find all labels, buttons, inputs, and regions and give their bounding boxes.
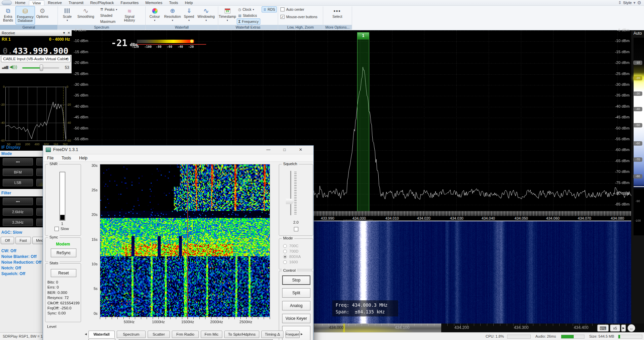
mode-more-button[interactable]: ••• bbox=[3, 158, 33, 165]
colour-button[interactable]: Colour ▾ bbox=[147, 6, 162, 25]
agc-off-button[interactable]: Off bbox=[1, 237, 14, 244]
clock-button[interactable]: ◷ Clock ▾ bbox=[237, 6, 255, 12]
frequency-button[interactable]: Σ Frequency bbox=[237, 18, 260, 25]
extra-bands-button[interactable]: ⧉ Extra Bands bbox=[1, 6, 15, 25]
freedv-title-bar[interactable]: FreeDV 1.3.1 — □ ✕ bbox=[43, 146, 313, 154]
scale-button[interactable]: Scale ▾ bbox=[60, 6, 75, 25]
ribbon-tab-view[interactable]: View bbox=[29, 0, 45, 5]
rx-marker-flag[interactable]: 1 bbox=[357, 32, 369, 39]
agc-fast-button[interactable]: Fast bbox=[15, 237, 31, 244]
agc-label[interactable]: AGC: Slow bbox=[1, 230, 22, 235]
analog-button[interactable]: Analog bbox=[282, 301, 310, 310]
receive-panel-header[interactable]: Receive ▼ ✕ bbox=[0, 30, 72, 36]
clear-button[interactable]: Clear bbox=[88, 339, 115, 340]
tab-frm-radio[interactable]: Frm Radio bbox=[172, 331, 199, 338]
split-button[interactable]: Split bbox=[282, 288, 310, 298]
mouse-over-buttons-checkbox[interactable]: ✓ Mouse-over buttons bbox=[280, 15, 317, 19]
freq-span-overlay: Freq: 434.000.3 MHzSpan: ±84.135 kHz bbox=[332, 300, 398, 316]
frequency-database-button[interactable]: ⛁ Frequency Database bbox=[15, 6, 35, 25]
keyboard-entry-button[interactable]: ⌨ bbox=[597, 325, 609, 332]
ribbon-tab-receive[interactable]: Receive bbox=[44, 0, 65, 5]
mode-lsb-button[interactable]: LSB bbox=[3, 179, 33, 186]
audio-device-select[interactable]: CABLE Input (VB-Audio Virtual Cable) ▼ bbox=[1, 55, 71, 62]
squelch-enable-checkbox[interactable] bbox=[294, 227, 298, 231]
sdr-console-window: Home View Receive Transmit Rec/Playback … bbox=[0, 0, 644, 340]
rds-button[interactable]: ≣ RDS bbox=[262, 6, 277, 12]
gear-icon[interactable]: ⚙ bbox=[637, 0, 641, 5]
radio-700d[interactable] bbox=[283, 250, 287, 253]
filter-3_2khz-button[interactable]: 3.2kHz bbox=[3, 219, 33, 226]
tabs-scroll-right-icon[interactable]: ▶ bbox=[301, 333, 303, 336]
ribbon-tab-memories[interactable]: Memories bbox=[142, 0, 165, 5]
ribbon-tab-rec-playback[interactable]: Rec/Playback bbox=[87, 0, 117, 5]
radio-800xa[interactable] bbox=[283, 255, 287, 259]
ribbon-tab-home[interactable]: Home bbox=[12, 0, 29, 5]
freedv-waterfall[interactable] bbox=[100, 164, 270, 317]
if-display-label[interactable]: IF Display bbox=[1, 145, 21, 150]
mode-bfm-button[interactable]: BFM bbox=[3, 168, 33, 176]
tab-to-spkr-hdphns[interactable]: To Spkr/Hdphns bbox=[224, 331, 259, 338]
style-spinner-icon[interactable]: ⇕ bbox=[618, 0, 621, 5]
auto-center-checkbox[interactable]: Auto center bbox=[280, 7, 304, 11]
tuned-frequency-display[interactable]: 0.433.999.900 bbox=[0, 46, 71, 56]
collapse-icon[interactable]: ▼ bbox=[63, 30, 66, 36]
minimize-button[interactable]: — bbox=[263, 146, 273, 153]
radio-700c[interactable] bbox=[283, 244, 287, 248]
ribbon-tab-help[interactable]: Help bbox=[182, 0, 196, 5]
timestamp-button[interactable]: 15 Timestamp ▾ bbox=[219, 6, 235, 25]
resync-button[interactable]: ReSync bbox=[51, 249, 76, 257]
db-axis-label-left: -50 dBm bbox=[74, 126, 88, 130]
style-menu[interactable]: Style bbox=[623, 1, 632, 5]
windowing-button[interactable]: ∿ Windowing ▾ bbox=[196, 6, 216, 25]
tab-frm-mic[interactable]: Frm Mic bbox=[201, 331, 222, 338]
tab-scatter[interactable]: Scatter bbox=[148, 331, 170, 338]
tab-waterfall[interactable]: Waterfall bbox=[88, 331, 115, 338]
smoothing-button[interactable]: ∿ Smoothing bbox=[76, 6, 96, 25]
tabs-scroll-left-icon[interactable]: ◀ bbox=[85, 333, 87, 336]
maximize-button[interactable]: □ bbox=[279, 146, 290, 153]
speaker-icon[interactable]: ◀))) bbox=[9, 64, 17, 69]
reset-button[interactable]: Reset bbox=[51, 269, 76, 277]
shaded-button[interactable]: Shaded bbox=[99, 12, 114, 18]
select-button[interactable]: ••• Select bbox=[328, 6, 347, 25]
snr-slow-checkbox[interactable] bbox=[54, 227, 59, 231]
peaks-button[interactable]: ⇈ Peaks ▾ bbox=[99, 6, 118, 12]
pan-button[interactable]: ↔ bbox=[628, 324, 635, 332]
zoom-factor-button[interactable]: x5 bbox=[610, 325, 620, 332]
contrast-gradient-bar[interactable] bbox=[634, 38, 644, 235]
signal-history-button[interactable]: ≋ Signal History bbox=[121, 6, 138, 25]
contrast-threshold-line[interactable] bbox=[634, 186, 644, 187]
mixer-icon[interactable]: ▃▅▇ bbox=[2, 66, 8, 69]
ribbon-tab-transmit[interactable]: Transmit bbox=[65, 0, 87, 5]
freedv-tune-cursor[interactable] bbox=[187, 164, 188, 319]
maximum-button[interactable]: Maximum bbox=[99, 18, 117, 25]
volume-slider-handle[interactable] bbox=[40, 65, 43, 71]
filter-2_6khz-button[interactable]: 2.6kHz bbox=[3, 208, 33, 216]
scale-right-arrow-button[interactable]: ▶ bbox=[621, 325, 626, 332]
menu-tools[interactable]: Tools bbox=[58, 156, 75, 160]
close-icon[interactable]: ✕ bbox=[68, 30, 70, 36]
statistics-button[interactable]: ▦ Statistics bbox=[237, 12, 258, 18]
options-button[interactable]: ⚙ Options bbox=[36, 6, 49, 25]
radio-1600[interactable] bbox=[283, 260, 287, 264]
rx-passband-region[interactable] bbox=[357, 32, 369, 216]
speed-button[interactable]: ⇓ Speed ▾ bbox=[182, 6, 196, 25]
waterfall-scale-label: 434.000 bbox=[323, 325, 350, 330]
ribbon-tab-favourites[interactable]: Favourites bbox=[117, 0, 142, 5]
tab-timing-delta[interactable]: Timing Δ bbox=[261, 331, 283, 338]
close-button[interactable]: ✕ bbox=[296, 146, 306, 153]
squelch-slider-track[interactable] bbox=[290, 171, 291, 215]
stop-button[interactable]: Stop bbox=[282, 275, 310, 285]
tab-frequency[interactable]: Frequen bbox=[286, 331, 300, 338]
app-menu-button[interactable] bbox=[2, 1, 12, 5]
filter-more-button[interactable]: ••• bbox=[3, 198, 33, 205]
menu-file[interactable]: File bbox=[43, 156, 58, 160]
peaks-label: Peaks bbox=[105, 7, 114, 11]
db-axis-label-left: -5 dBm bbox=[74, 28, 86, 32]
tab-spectrum[interactable]: Spectrum bbox=[117, 331, 146, 338]
menu-help[interactable]: Help bbox=[75, 156, 91, 160]
voice-keyer-button[interactable]: Voice Keyer bbox=[282, 314, 310, 323]
ribbon-tab-tools[interactable]: Tools bbox=[166, 0, 182, 5]
resolution-button[interactable]: ⊕ Resolution ▾ bbox=[163, 6, 182, 25]
auto-range-button[interactable]: Auto bbox=[631, 31, 644, 36]
